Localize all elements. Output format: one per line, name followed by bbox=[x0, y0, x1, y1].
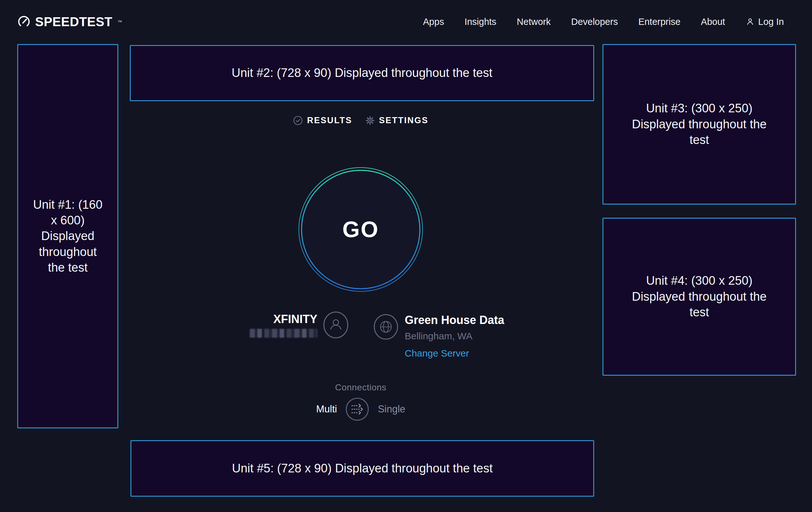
tab-settings-label: SETTINGS bbox=[379, 115, 428, 126]
main-nav: Apps Insights Network Developers Enterpr… bbox=[423, 17, 784, 27]
ad-unit-2-text: Unit #2: (728 x 90) Displayed throughout… bbox=[232, 65, 492, 81]
speedometer-icon bbox=[17, 15, 31, 28]
ad-unit-4: Unit #4: (300 x 250) Displayed throughou… bbox=[603, 218, 796, 376]
tab-results[interactable]: RESULTS bbox=[293, 115, 352, 126]
ad-unit-3-text: Unit #3: (300 x 250) Displayed throughou… bbox=[631, 101, 768, 148]
nav-item-insights[interactable]: Insights bbox=[464, 17, 496, 27]
connections-single-label[interactable]: Single bbox=[378, 403, 405, 415]
tab-results-label: RESULTS bbox=[307, 115, 352, 126]
nav-item-network[interactable]: Network bbox=[517, 17, 550, 27]
connections-toggle-row: Multi Single bbox=[316, 397, 405, 421]
nav-item-enterprise[interactable]: Enterprise bbox=[638, 17, 680, 27]
ad-unit-1-text: Unit #1: (160 x 600) Displayed throughou… bbox=[33, 197, 103, 276]
brand-trademark: ™ bbox=[117, 19, 122, 25]
server-location: Bellingham, WA bbox=[405, 331, 472, 342]
globe-icon bbox=[374, 314, 398, 340]
nav-item-developers[interactable]: Developers bbox=[571, 17, 618, 27]
server-name: Green House Data bbox=[405, 313, 504, 327]
header: SPEEDTEST ™ Apps Insights Network Develo… bbox=[0, 0, 812, 44]
login-label: Log In bbox=[758, 17, 784, 27]
check-circle-icon bbox=[293, 115, 303, 126]
tab-settings[interactable]: SETTINGS bbox=[365, 115, 428, 126]
multi-stream-arrows-icon bbox=[345, 397, 370, 421]
speedtest-page: SPEEDTEST ™ Apps Insights Network Develo… bbox=[0, 0, 812, 512]
go-button[interactable]: GO bbox=[298, 167, 423, 292]
connections-multi-label[interactable]: Multi bbox=[316, 403, 337, 415]
ad-unit-3: Unit #3: (300 x 250) Displayed throughou… bbox=[603, 44, 796, 205]
server-info: Green House Data Bellingham, WA Change S… bbox=[374, 313, 504, 359]
ad-unit-5: Unit #5: (728 x 90) Displayed throughout… bbox=[130, 440, 594, 497]
brand-name: SPEEDTEST bbox=[35, 15, 112, 29]
nav-item-apps[interactable]: Apps bbox=[423, 17, 444, 27]
isp-user-icon bbox=[323, 311, 349, 339]
nav-item-about[interactable]: About bbox=[701, 17, 725, 27]
isp-info: XFINITY bbox=[250, 311, 349, 339]
tabs-bar: RESULTS bbox=[293, 115, 429, 126]
ad-unit-5-text: Unit #5: (728 x 90) Displayed throughout… bbox=[232, 461, 492, 476]
change-server-link[interactable]: Change Server bbox=[405, 348, 469, 359]
connections-toggle-button[interactable] bbox=[345, 397, 370, 421]
redacted-ip-text bbox=[250, 329, 317, 338]
ad-unit-4-text: Unit #4: (300 x 250) Displayed throughou… bbox=[631, 273, 768, 320]
isp-name: XFINITY bbox=[273, 312, 317, 326]
ad-unit-1: Unit #1: (160 x 600) Displayed throughou… bbox=[17, 44, 118, 428]
ad-unit-2: Unit #2: (728 x 90) Displayed throughout… bbox=[130, 45, 594, 101]
connections-title: Connections bbox=[335, 382, 386, 393]
go-button-label: GO bbox=[343, 217, 379, 242]
brand-logo[interactable]: SPEEDTEST ™ bbox=[17, 15, 122, 29]
gear-icon bbox=[365, 115, 375, 126]
user-icon bbox=[745, 17, 755, 26]
login-button[interactable]: Log In bbox=[745, 17, 784, 27]
